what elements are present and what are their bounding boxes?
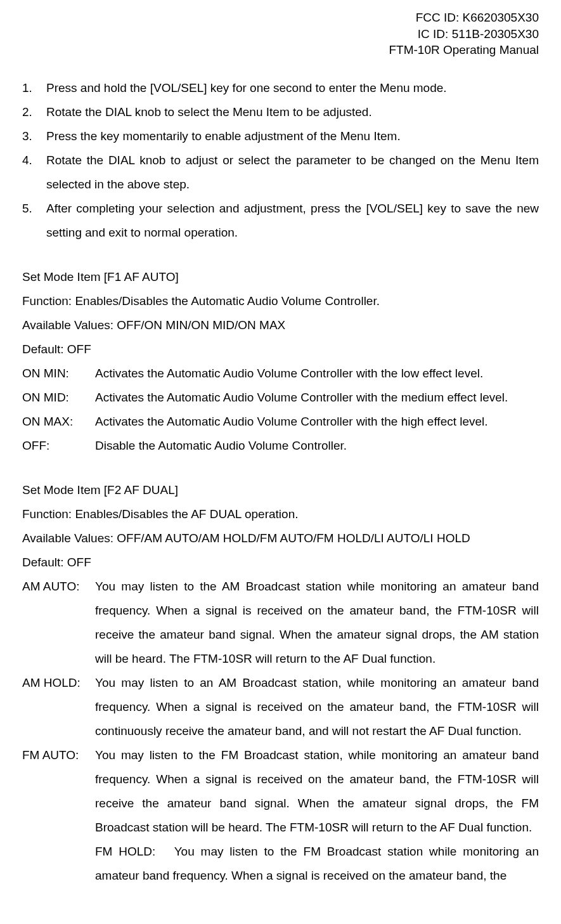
fm-hold-block: FM HOLD: You may listen to the FM Broadc…	[95, 840, 539, 888]
f2-function: Function: Enables/Disables the AF DUAL o…	[22, 502, 539, 526]
def-label: OFF:	[22, 434, 95, 458]
definition-row: AM HOLD: You may listen to an AM Broadca…	[22, 671, 539, 743]
item-number: 1.	[22, 76, 46, 100]
item-text: After completing your selection and adju…	[46, 197, 539, 245]
def-label: ON MID:	[22, 386, 95, 410]
def-text: Activates the Automatic Audio Volume Con…	[95, 386, 539, 410]
f2-title: Set Mode Item [F2 AF DUAL]	[22, 478, 539, 502]
definition-row: ON MIN: Activates the Automatic Audio Vo…	[22, 361, 539, 386]
list-item: 3. Press the key momentarily to enable a…	[22, 124, 539, 148]
def-label: AM HOLD:	[22, 671, 95, 743]
def-label-empty	[22, 840, 95, 888]
definition-row: ON MAX: Activates the Automatic Audio Vo…	[22, 410, 539, 434]
item-number: 5.	[22, 197, 46, 245]
item-text: Rotate the DIAL knob to adjust or select…	[46, 148, 539, 197]
def-label: AM AUTO:	[22, 575, 95, 671]
fm-hold-text: You may listen to the FM Broadcast stati…	[95, 845, 539, 882]
def-text: You may listen to the FM Broadcast stati…	[95, 743, 539, 840]
def-label: FM AUTO:	[22, 743, 95, 840]
def-label: ON MAX:	[22, 410, 95, 434]
numbered-instructions: 1. Press and hold the [VOL/SEL] key for …	[22, 76, 539, 245]
item-text: Press and hold the [VOL/SEL] key for one…	[46, 76, 539, 100]
definition-row: FM AUTO: You may listen to the FM Broadc…	[22, 743, 539, 840]
f2-available: Available Values: OFF/AM AUTO/AM HOLD/FM…	[22, 526, 539, 550]
manual-title: FTM-10R Operating Manual	[22, 42, 539, 58]
f1-title: Set Mode Item [F1 AF AUTO]	[22, 265, 539, 289]
section-f2: Set Mode Item [F2 AF DUAL] Function: Ena…	[22, 478, 539, 888]
definition-row: ON MID: Activates the Automatic Audio Vo…	[22, 386, 539, 410]
f1-function: Function: Enables/Disables the Automatic…	[22, 289, 539, 313]
def-text: Activates the Automatic Audio Volume Con…	[95, 361, 539, 386]
def-text: You may listen to the AM Broadcast stati…	[95, 575, 539, 671]
fcc-id: FCC ID: K6620305X30	[22, 10, 539, 26]
definition-row: FM HOLD: You may listen to the FM Broadc…	[22, 840, 539, 888]
item-number: 4.	[22, 148, 46, 197]
def-text: You may listen to an AM Broadcast statio…	[95, 671, 539, 743]
f1-available: Available Values: OFF/ON MIN/ON MID/ON M…	[22, 313, 539, 337]
list-item: 5. After completing your selection and a…	[22, 197, 539, 245]
list-item: 1. Press and hold the [VOL/SEL] key for …	[22, 76, 539, 100]
page-content: 1. Press and hold the [VOL/SEL] key for …	[22, 76, 539, 888]
definition-row: OFF: Disable the Automatic Audio Volume …	[22, 434, 539, 458]
f2-default: Default: OFF	[22, 550, 539, 575]
def-label: ON MIN:	[22, 361, 95, 386]
item-number: 2.	[22, 100, 46, 124]
section-f1: Set Mode Item [F1 AF AUTO] Function: Ena…	[22, 265, 539, 458]
list-item: 2. Rotate the DIAL knob to select the Me…	[22, 100, 539, 124]
fm-hold-label: FM HOLD:	[95, 845, 155, 858]
def-text: Disable the Automatic Audio Volume Contr…	[95, 434, 539, 458]
item-number: 3.	[22, 124, 46, 148]
ic-id: IC ID: 511B-20305X30	[22, 26, 539, 42]
page-header: FCC ID: K6620305X30 IC ID: 511B-20305X30…	[22, 10, 539, 58]
definition-row: AM AUTO: You may listen to the AM Broadc…	[22, 575, 539, 671]
f1-default: Default: OFF	[22, 337, 539, 361]
list-item: 4. Rotate the DIAL knob to adjust or sel…	[22, 148, 539, 197]
item-text: Press the key momentarily to enable adju…	[46, 124, 539, 148]
def-text: Activates the Automatic Audio Volume Con…	[95, 410, 539, 434]
item-text: Rotate the DIAL knob to select the Menu …	[46, 100, 539, 124]
